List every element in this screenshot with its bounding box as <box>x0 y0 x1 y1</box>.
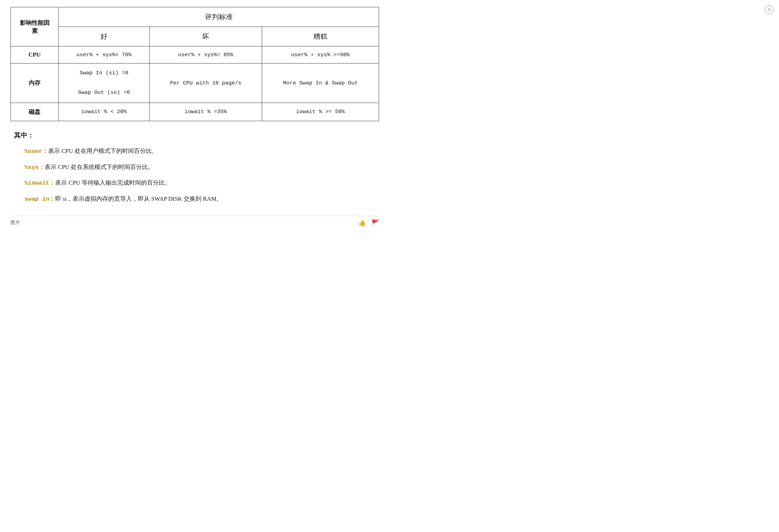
notes-title: 其中： <box>14 131 379 140</box>
disk-bad-value: iowait % =35% <box>149 103 262 121</box>
memory-row: 内存 Swap In (si) =0 Swap Out (so) =0 Per … <box>11 64 379 103</box>
footer-icons: 👍 🚩 <box>358 219 379 227</box>
like-icon[interactable]: 👍 <box>358 219 366 227</box>
disk-factor-label: 磁盘 <box>11 103 59 121</box>
cpu-factor-label: CPU <box>11 46 59 64</box>
good-header: 好 <box>59 27 149 46</box>
performance-table: 影响性能因素 评判标准 好 坏 糟糕 CPU user% + sys%< 70%… <box>10 7 379 121</box>
notes-section: 其中： %user：表示 CPU 处在用户模式下的时间百分比。 %sys：表示 … <box>14 131 379 205</box>
footer-label: 图片 <box>10 220 20 226</box>
note-sys-keyword: %sys： <box>24 164 45 171</box>
memory-factor-label: 内存 <box>11 64 59 103</box>
criteria-header: 评判标准 <box>59 7 379 27</box>
bad-header: 坏 <box>149 27 262 46</box>
disk-ugly-value: iowait % >= 50% <box>262 103 379 121</box>
note-iowait-keyword: %iowait： <box>24 180 55 186</box>
memory-bad-value: Per CPU with 10 page/s <box>149 64 262 103</box>
note-swapin: swap in：即 si，表示虚拟内存的页导入，即从 SWAP DISK 交换到… <box>14 194 379 205</box>
footer: 图片 👍 🚩 <box>10 216 379 227</box>
note-swapin-keyword: swap in： <box>24 196 55 202</box>
cpu-ugly-value: user% + sys% >=90% <box>262 46 379 64</box>
ugly-header: 糟糕 <box>262 27 379 46</box>
factor-header: 影响性能因素 <box>11 7 59 46</box>
memory-good-line2: Swap Out (so) =0 <box>78 89 130 96</box>
cpu-good-value: user% + sys%< 70% <box>59 46 149 64</box>
note-iowait-desc: 表示 CPU 等待输入输出完成时间的百分比。 <box>55 179 171 186</box>
disk-good-value: iowait % < 20% <box>59 103 149 121</box>
note-user: %user：表示 CPU 处在用户模式下的时间百分比。 <box>14 146 379 157</box>
cpu-bad-value: user% + sys%= 85% <box>149 46 262 64</box>
note-sys: %sys：表示 CPU 处在系统模式下的时间百分比。 <box>14 162 379 173</box>
note-swapin-desc: 即 si，表示虚拟内存的页导入，即从 SWAP DISK 交换到 RAM。 <box>55 195 222 202</box>
note-sys-desc: 表示 CPU 处在系统模式下的时间百分比。 <box>45 164 154 170</box>
flag-icon[interactable]: 🚩 <box>371 219 379 227</box>
memory-good-line1: Swap In (si) =0 <box>80 70 128 76</box>
note-user-keyword: %user： <box>24 148 48 155</box>
cpu-row: CPU user% + sys%< 70% user% + sys%= 85% … <box>11 46 379 64</box>
memory-ugly-value: More Swap In & Swap Out <box>262 64 379 103</box>
disk-row: 磁盘 iowait % < 20% iowait % =35% iowait %… <box>11 103 379 121</box>
memory-good-value: Swap In (si) =0 Swap Out (so) =0 <box>59 64 149 103</box>
note-iowait: %iowait：表示 CPU 等待输入输出完成时间的百分比。 <box>14 178 379 189</box>
note-user-desc: 表示 CPU 处在用户模式下的时间百分比。 <box>48 148 158 154</box>
